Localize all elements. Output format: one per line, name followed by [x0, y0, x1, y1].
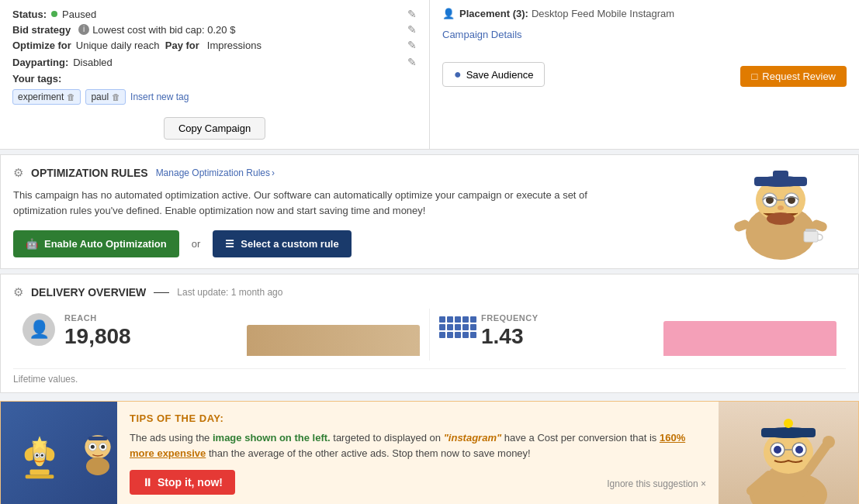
- svg-rect-34: [761, 428, 816, 437]
- tips-highlight-instagram: "instagram": [444, 432, 501, 444]
- status-edit-icon[interactable]: ✎: [407, 8, 417, 20]
- enable-auto-label: Enable Auto Optimization: [44, 238, 167, 250]
- custom-rule-label: Select a custom rule: [241, 238, 338, 250]
- bid-strategy-info-icon[interactable]: i: [78, 24, 89, 35]
- delivery-icon: ⚙: [13, 285, 23, 299]
- optimize-edit-icon[interactable]: ✎: [407, 39, 417, 51]
- svg-rect-14: [804, 231, 818, 242]
- frequency-value: 1.43: [481, 324, 654, 349]
- svg-rect-4: [773, 171, 788, 178]
- optimization-rules-section: ⚙ OPTIMIZATION RULES Manage Optimization…: [0, 154, 859, 269]
- svg-point-21: [36, 454, 38, 457]
- optimization-icon: ⚙: [13, 166, 23, 180]
- frequency-metric-box: FREQUENCY 1.43: [430, 309, 846, 361]
- svg-point-10: [778, 205, 784, 210]
- frequency-label: FREQUENCY: [481, 313, 654, 323]
- svg-rect-17: [26, 475, 54, 478]
- status-label: Status:: [12, 9, 47, 20]
- svg-point-39: [795, 446, 803, 454]
- reach-label: REACH: [64, 313, 237, 323]
- tips-content: TIPS OF THE DAY: The ads using the image…: [117, 402, 719, 504]
- delivery-overview-section: ⚙ DELIVERY OVERVIEW Last update: 1 month…: [0, 274, 859, 393]
- tips-text-middle2: have a Cost per conversion that is: [504, 432, 660, 444]
- placement-label: Placement (3):: [459, 8, 528, 19]
- bid-strategy-edit-icon[interactable]: ✎: [407, 23, 417, 36]
- tips-highlight-image: image shown on the left.: [213, 432, 331, 444]
- reach-metric-box: 👤 REACH 19,808: [13, 309, 430, 361]
- select-custom-rule-button[interactable]: ☰ Select a custom rule: [213, 230, 351, 257]
- optimization-title: OPTIMIZATION RULES: [31, 167, 148, 179]
- dayparting-value: Disabled: [73, 57, 113, 68]
- tips-section: TIPS OF THE DAY: The ads using the image…: [0, 401, 859, 504]
- custom-rule-icon: ☰: [225, 238, 234, 250]
- placement-items: Desktop Feed Mobile Instagram: [532, 8, 674, 19]
- status-value: Paused: [62, 9, 96, 20]
- lifetime-values-text: Lifetime values.: [13, 368, 846, 385]
- bid-strategy-label: Bid strategy: [12, 24, 71, 36]
- save-audience-label: Save Audience: [466, 69, 534, 81]
- insert-tag-link[interactable]: Insert new tag: [130, 91, 189, 102]
- svg-point-22: [41, 454, 43, 457]
- tips-left-image: [1, 402, 117, 504]
- delivery-title: DELIVERY OVERVIEW: [31, 286, 146, 299]
- last-update-text: Last update: 1 month ago: [177, 287, 282, 298]
- enable-auto-icon: 🤖: [26, 238, 38, 250]
- request-review-label: Request Review: [762, 71, 836, 82]
- svg-rect-15: [805, 229, 816, 232]
- chevron-right-icon: ›: [272, 167, 275, 178]
- manage-optimization-label: Manage Optimization Rules: [156, 167, 270, 178]
- tips-text-before: The ads using the: [130, 432, 213, 444]
- svg-point-29: [86, 457, 109, 475]
- tags-label: Your tags:: [12, 73, 61, 85]
- svg-point-27: [91, 445, 95, 449]
- tips-right-image: [719, 402, 858, 504]
- svg-point-28: [101, 445, 105, 449]
- stop-button[interactable]: ⏸ Stop it, now!: [130, 470, 235, 495]
- copy-campaign-button[interactable]: Copy Campaign: [164, 117, 265, 140]
- pause-icon: ⏸: [142, 476, 153, 488]
- svg-point-42: [823, 436, 835, 448]
- person-icon: 👤: [29, 319, 50, 340]
- pay-label: Pay for: [165, 40, 199, 51]
- bid-strategy-value: Lowest cost with bid cap: 0.20 $: [92, 24, 235, 36]
- svg-rect-16: [30, 470, 50, 475]
- tag-chip-experiment: experiment 🗑: [12, 89, 81, 105]
- svg-point-38: [774, 446, 781, 454]
- save-audience-button[interactable]: ● Save Audience: [442, 62, 545, 87]
- or-separator: or: [192, 238, 201, 250]
- tips-text-middle1: targeted to displayed on: [333, 432, 443, 444]
- ignore-suggestion-link[interactable]: Ignore this suggestion ×: [607, 478, 706, 489]
- pay-value: Impressions: [207, 40, 262, 51]
- tag-chip-paul: paul 🗑: [85, 89, 126, 105]
- tips-text-end: than the average of the other active ads…: [209, 447, 531, 459]
- tag-paul-remove[interactable]: 🗑: [112, 92, 120, 102]
- tag-experiment-remove[interactable]: 🗑: [67, 92, 75, 102]
- svg-point-35: [784, 419, 793, 428]
- svg-point-11: [767, 212, 795, 225]
- cursor-position: [154, 292, 169, 293]
- frequency-dots-icon: [439, 313, 472, 338]
- optimize-label: Optimize for: [12, 40, 71, 51]
- request-review-icon: □: [751, 71, 757, 82]
- dayparting-label: Dayparting:: [12, 57, 68, 68]
- tag-experiment-text: experiment: [18, 91, 64, 102]
- reach-person-icon: 👤: [23, 313, 55, 346]
- placement-icon: 👤: [442, 8, 455, 19]
- dayparting-edit-icon[interactable]: ✎: [407, 56, 417, 68]
- optimization-description: This campaign has no automated optimizat…: [13, 188, 634, 218]
- stop-label: Stop it, now!: [158, 476, 223, 488]
- tips-title: TIPS OF THE DAY:: [130, 413, 706, 424]
- status-indicator: [51, 11, 57, 17]
- campaign-details-link[interactable]: Campaign Details: [442, 29, 522, 40]
- enable-auto-optimization-button[interactable]: 🤖 Enable Auto Optimization: [13, 230, 179, 257]
- reach-value: 19,808: [64, 324, 237, 349]
- manage-optimization-link[interactable]: Manage Optimization Rules ›: [156, 167, 275, 178]
- tag-paul-text: paul: [91, 91, 109, 102]
- tips-text: The ads using the image shown on the lef…: [130, 430, 706, 461]
- svg-rect-24: [88, 437, 108, 440]
- robot-illustration: [719, 163, 843, 264]
- optimize-value: Unique daily reach: [76, 40, 160, 51]
- request-review-button[interactable]: □ Request Review: [740, 66, 847, 87]
- save-audience-icon: ●: [454, 67, 462, 81]
